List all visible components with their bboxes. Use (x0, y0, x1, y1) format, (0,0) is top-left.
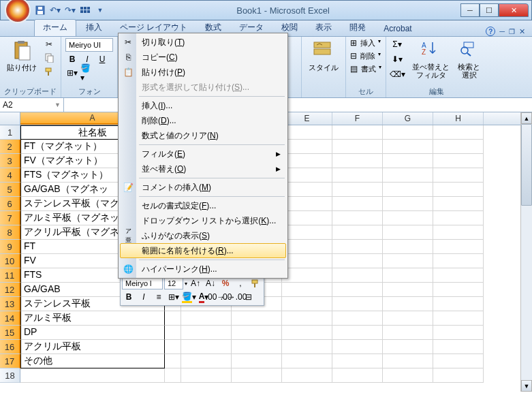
mini-merge-button[interactable]: ⊟ (242, 291, 255, 303)
cell[interactable] (181, 340, 232, 354)
menu-item[interactable]: ⎘コピー(C) (120, 50, 286, 65)
cell[interactable] (433, 140, 484, 154)
cell[interactable] (282, 240, 332, 254)
grow-font-button[interactable]: A↑ (189, 277, 202, 289)
cell[interactable] (181, 368, 232, 383)
cell[interactable] (383, 183, 433, 197)
office-button[interactable] (5, 0, 31, 23)
cell[interactable] (383, 340, 433, 354)
cell[interactable] (282, 125, 332, 140)
row-header[interactable]: 5 (0, 183, 20, 197)
save-icon[interactable] (35, 5, 46, 16)
cell[interactable] (383, 240, 433, 254)
cell[interactable] (282, 140, 332, 154)
cell[interactable] (232, 368, 282, 383)
column-header-H[interactable]: H (433, 112, 484, 125)
column-header-F[interactable]: F (332, 112, 383, 125)
cell[interactable]: アルミ平板 (20, 311, 165, 326)
cell[interactable] (232, 326, 282, 340)
cell[interactable] (165, 311, 181, 326)
row-header[interactable]: 1 (0, 125, 20, 140)
column-header-G[interactable]: G (383, 112, 433, 125)
underline-button[interactable]: U (95, 53, 109, 65)
undo-icon[interactable]: ↶▾ (50, 5, 61, 16)
cell[interactable] (332, 225, 383, 240)
row-header[interactable]: 13 (0, 297, 20, 311)
cell[interactable] (383, 125, 433, 140)
cell[interactable] (332, 283, 383, 297)
mini-increase-decimal-button[interactable]: .0→.00 (227, 291, 240, 303)
cell[interactable] (383, 283, 433, 297)
font-name-combo[interactable]: Meiryo UI (65, 38, 113, 52)
sort-filter-button[interactable]: AZ 並べ替えと フィルタ (409, 38, 452, 80)
cell[interactable] (383, 197, 433, 211)
scroll-down-button[interactable]: ▼ (521, 380, 532, 392)
format-cells-button[interactable]: ▤書式▾ (350, 64, 381, 74)
row-header[interactable]: 18 (0, 368, 20, 383)
row-header[interactable]: 10 (0, 254, 20, 268)
cell[interactable] (332, 140, 383, 154)
cell[interactable] (433, 283, 484, 297)
cell[interactable] (282, 268, 332, 283)
cell[interactable] (383, 254, 433, 268)
row-header[interactable]: 4 (0, 168, 20, 183)
fill-color-button[interactable]: 🪣▾ (80, 67, 94, 79)
cell[interactable] (383, 268, 433, 283)
cell[interactable] (433, 254, 484, 268)
cell[interactable]: その他 (20, 354, 165, 368)
cell[interactable] (433, 326, 484, 340)
cell[interactable] (332, 326, 383, 340)
cell[interactable] (383, 168, 433, 183)
cell[interactable] (232, 311, 282, 326)
cell[interactable] (282, 311, 332, 326)
menu-item[interactable]: 並べ替え(O)▶ (120, 161, 286, 176)
cell[interactable] (433, 183, 484, 197)
format-painter-icon[interactable] (42, 65, 56, 78)
menu-item[interactable]: ア亜ふりがなの表示(S) (120, 228, 286, 243)
menu-item[interactable]: 形式を選択して貼り付け(S)... (120, 80, 286, 95)
cell[interactable] (332, 354, 383, 368)
tab-acrobat[interactable]: Acrobat (375, 22, 420, 36)
row-header[interactable]: 7 (0, 211, 20, 225)
close-button[interactable]: ✕ (499, 3, 529, 17)
cell[interactable] (433, 340, 484, 354)
cell[interactable] (165, 368, 181, 383)
find-select-button[interactable]: 検索と 選択 (455, 38, 483, 80)
row-header[interactable]: 11 (0, 268, 20, 283)
menu-item[interactable]: 🌐ハイパーリンク(H)... (120, 262, 286, 277)
cell[interactable] (433, 240, 484, 254)
mini-format-painter-icon[interactable] (249, 277, 262, 289)
autosum-button[interactable]: Σ▾ (390, 38, 404, 50)
cell[interactable] (332, 168, 383, 183)
minimize-ribbon-icon[interactable]: ─ (499, 27, 505, 35)
cell[interactable] (20, 368, 165, 383)
cell[interactable] (181, 354, 232, 368)
cell[interactable] (433, 154, 484, 168)
cell[interactable] (433, 168, 484, 183)
cell[interactable] (332, 197, 383, 211)
cell[interactable] (332, 125, 383, 140)
cell[interactable] (383, 354, 433, 368)
cell[interactable] (332, 340, 383, 354)
cell[interactable] (383, 297, 433, 311)
redo-icon[interactable]: ↷▾ (65, 5, 76, 16)
cell[interactable]: DP (20, 326, 165, 340)
cell[interactable] (332, 254, 383, 268)
mini-bold-button[interactable]: B (122, 291, 136, 303)
shrink-font-button[interactable]: A↓ (204, 277, 217, 289)
menu-item[interactable]: ドロップダウン リストから選択(K)... (120, 213, 286, 228)
mini-border-button[interactable]: ⊞▾ (167, 291, 181, 303)
scroll-up-button[interactable]: ▲ (521, 112, 532, 124)
mini-comma-button[interactable]: , (234, 277, 247, 289)
styles-button[interactable]: スタイル (306, 38, 341, 74)
cell[interactable] (383, 154, 433, 168)
row-header[interactable]: 9 (0, 240, 20, 254)
cell[interactable] (433, 368, 484, 383)
cell[interactable] (433, 354, 484, 368)
row-header[interactable]: 6 (0, 197, 20, 211)
menu-item[interactable]: ✂切り取り(T) (120, 35, 286, 50)
row-header[interactable]: 3 (0, 154, 20, 168)
column-header-E[interactable]: E (282, 112, 332, 125)
cell[interactable] (282, 154, 332, 168)
qat-dropdown-icon[interactable]: ▼ (95, 5, 106, 16)
